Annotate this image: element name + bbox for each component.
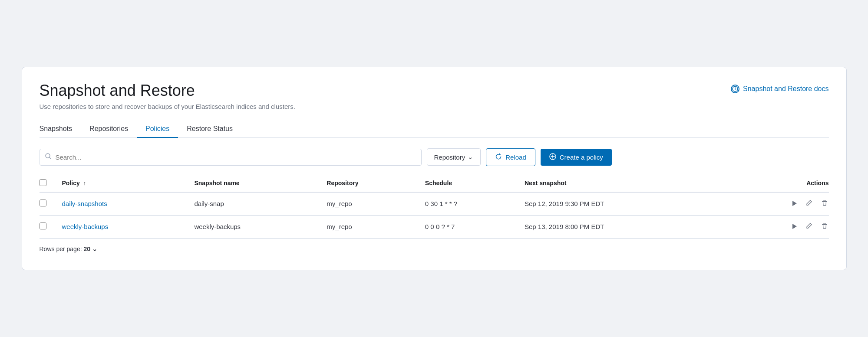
row-checkbox-1[interactable] — [40, 222, 46, 229]
docs-icon — [731, 85, 739, 93]
reload-label: Reload — [505, 154, 526, 161]
reload-button[interactable]: Reload — [486, 148, 535, 166]
play-icon-0 — [792, 201, 797, 206]
rows-per-page-value: 20 — [84, 245, 91, 252]
search-input[interactable] — [40, 149, 422, 166]
tab-repositories[interactable]: Repositories — [81, 121, 137, 138]
create-policy-button[interactable]: Create a policy — [541, 149, 612, 166]
title-block: Snapshot and Restore — [40, 81, 195, 100]
toolbar: Repository ⌄ Reload Create a policy — [40, 148, 829, 166]
plus-icon — [549, 153, 556, 161]
docs-link-text: Snapshot and Restore docs — [743, 85, 828, 93]
row-repository-cell: my_repo — [321, 192, 420, 216]
tab-snapshots[interactable]: Snapshots — [40, 121, 81, 138]
svg-point-2 — [735, 87, 736, 88]
chevron-down-small-icon: ⌄ — [92, 245, 97, 252]
svg-rect-9 — [822, 224, 827, 225]
row-policy-cell: weekly-backups — [57, 215, 189, 238]
row-checkbox-cell — [40, 215, 57, 238]
repository-filter-button[interactable]: Repository ⌄ — [427, 148, 481, 166]
row-snapshot-name-cell: daily-snap — [189, 192, 321, 216]
create-policy-label: Create a policy — [560, 154, 603, 161]
search-icon — [45, 153, 52, 161]
header-row: Snapshot and Restore Snapshot and Restor… — [40, 81, 829, 100]
tabs-container: Snapshots Repositories Policies Restore … — [40, 121, 829, 138]
row-repository-cell: my_repo — [321, 215, 420, 238]
col-policy[interactable]: Policy ↑ — [57, 175, 189, 192]
row-schedule-cell: 0 30 1 * * ? — [420, 192, 519, 216]
col-checkbox — [40, 175, 57, 192]
docs-link[interactable]: Snapshot and Restore docs — [731, 85, 828, 93]
rows-per-page-button[interactable]: 20 ⌄ — [84, 245, 98, 252]
delete-policy-icon-1[interactable] — [820, 222, 829, 232]
col-repository: Repository — [321, 175, 420, 192]
policy-link-1[interactable]: weekly-backups — [62, 223, 109, 230]
row-schedule-cell: 0 0 0 ? * 7 — [420, 215, 519, 238]
tab-restore-status[interactable]: Restore Status — [178, 121, 241, 138]
run-policy-icon-0[interactable] — [792, 199, 798, 209]
row-checkbox-0[interactable] — [40, 200, 46, 206]
svg-rect-8 — [822, 201, 827, 202]
policies-table: Policy ↑ Snapshot name Repository Schedu… — [40, 175, 829, 239]
row-policy-cell: daily-snapshots — [57, 192, 189, 216]
run-policy-icon-1[interactable] — [792, 222, 798, 232]
sort-asc-icon: ↑ — [83, 180, 86, 186]
col-actions: Actions — [729, 175, 829, 192]
table-footer: Rows per page: 20 ⌄ — [40, 245, 829, 252]
repository-filter-label: Repository — [434, 154, 465, 161]
edit-policy-icon-1[interactable] — [805, 222, 813, 232]
play-icon-1 — [792, 224, 797, 229]
svg-line-4 — [49, 157, 51, 159]
col-schedule: Schedule — [420, 175, 519, 192]
rows-per-page-label: Rows per page: — [40, 245, 82, 252]
main-card: Snapshot and Restore Snapshot and Restor… — [22, 67, 847, 270]
page-subtitle: Use repositories to store and recover ba… — [40, 103, 829, 110]
reload-icon — [495, 153, 502, 161]
row-actions-cell — [729, 192, 829, 216]
table-row: weekly-backups weekly-backups my_repo 0 … — [40, 215, 829, 238]
row-checkbox-cell — [40, 192, 57, 216]
chevron-down-icon: ⌄ — [468, 153, 473, 161]
table-header-row: Policy ↑ Snapshot name Repository Schedu… — [40, 175, 829, 192]
page-title: Snapshot and Restore — [40, 81, 195, 100]
table-row: daily-snapshots daily-snap my_repo 0 30 … — [40, 192, 829, 216]
search-wrapper — [40, 149, 422, 166]
delete-policy-icon-0[interactable] — [820, 199, 829, 209]
row-actions-cell — [729, 215, 829, 238]
edit-policy-icon-0[interactable] — [805, 199, 813, 209]
row-next-snapshot-cell: Sep 12, 2019 9:30 PM EDT — [519, 192, 729, 216]
select-all-checkbox[interactable] — [40, 179, 46, 186]
policy-link-0[interactable]: daily-snapshots — [62, 200, 107, 207]
row-next-snapshot-cell: Sep 13, 2019 8:00 PM EDT — [519, 215, 729, 238]
col-snapshot-name: Snapshot name — [189, 175, 321, 192]
tab-policies[interactable]: Policies — [137, 121, 178, 138]
col-next-snapshot: Next snapshot — [519, 175, 729, 192]
row-snapshot-name-cell: weekly-backups — [189, 215, 321, 238]
